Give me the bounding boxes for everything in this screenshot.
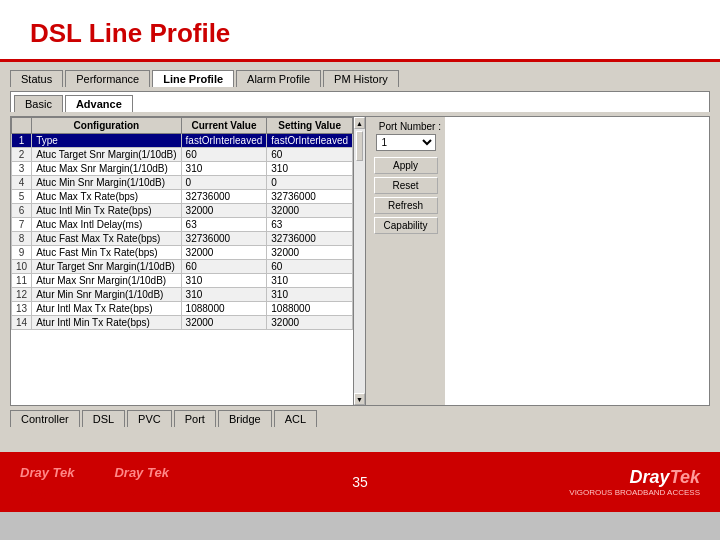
row-current: fastOrInterleaved: [181, 134, 267, 148]
logo-4: Dray Tek: [114, 484, 168, 499]
row-setting: 32000: [267, 246, 353, 260]
inner-box: Configuration Current Value Setting Valu…: [10, 116, 710, 406]
col-config: Configuration: [32, 118, 181, 134]
row-config: Atuc Max Intl Delay(ms): [32, 218, 181, 232]
row-setting: 32736000: [267, 190, 353, 204]
row-setting: 32000: [267, 316, 353, 330]
right-panel: Port Number : 1 2 3 4 Apply Reset Refres…: [365, 117, 445, 405]
scroll-down[interactable]: ▼: [354, 393, 365, 405]
row-current: 32736000: [181, 190, 267, 204]
row-setting: 60: [267, 148, 353, 162]
brand-name: DrayTek: [630, 467, 700, 487]
scroll-thumb[interactable]: [356, 131, 363, 161]
tab-pm-history[interactable]: PM History: [323, 70, 399, 87]
tab-advance[interactable]: Advance: [65, 95, 133, 112]
row-num: 12: [12, 288, 32, 302]
tab-basic[interactable]: Basic: [14, 95, 63, 112]
tab-pvc[interactable]: PVC: [127, 410, 172, 427]
row-setting: 32736000: [267, 232, 353, 246]
left-logos: Dray Tek Dray Tek: [20, 465, 74, 499]
row-num: 13: [12, 302, 32, 316]
tab-line-profile[interactable]: Line Profile: [152, 70, 234, 87]
table-row: 2 Atuc Target Snr Margin(1/10dB) 60 60: [12, 148, 353, 162]
refresh-button[interactable]: Refresh: [374, 197, 438, 214]
row-config: Type: [32, 134, 181, 148]
tab-bridge[interactable]: Bridge: [218, 410, 272, 427]
row-num: 8: [12, 232, 32, 246]
row-config: Atuc Max Tx Rate(bps): [32, 190, 181, 204]
center-logos: Dray Tek Dray Tek: [114, 465, 168, 499]
scroll-up[interactable]: ▲: [354, 117, 365, 129]
row-setting: 32000: [267, 204, 353, 218]
tab-alarm-profile[interactable]: Alarm Profile: [236, 70, 321, 87]
scroll-track: [354, 129, 365, 393]
reset-button[interactable]: Reset: [374, 177, 438, 194]
row-config: Atur Intl Max Tx Rate(bps): [32, 302, 181, 316]
row-current: 310: [181, 274, 267, 288]
tab-status[interactable]: Status: [10, 70, 63, 87]
footer-right-logo: DrayTek VIGOROUS BROADBAND ACCESS: [569, 467, 700, 497]
row-config: Atuc Target Snr Margin(1/10dB): [32, 148, 181, 162]
header: DSL Line Profile: [0, 0, 720, 62]
row-setting: fastOrInterleaved: [267, 134, 353, 148]
table-row: 8 Atuc Fast Max Tx Rate(bps) 32736000 32…: [12, 232, 353, 246]
capability-button[interactable]: Capability: [374, 217, 438, 234]
row-current: 0: [181, 176, 267, 190]
row-num: 10: [12, 260, 32, 274]
row-setting: 0: [267, 176, 353, 190]
table-row: 12 Atur Min Snr Margin(1/10dB) 310 310: [12, 288, 353, 302]
col-setting: Setting Value: [267, 118, 353, 134]
tab-controller[interactable]: Controller: [10, 410, 80, 427]
tab-port[interactable]: Port: [174, 410, 216, 427]
row-config: Atur Target Snr Margin(1/10dB): [32, 260, 181, 274]
row-num: 4: [12, 176, 32, 190]
row-setting: 310: [267, 162, 353, 176]
table-row: 9 Atuc Fast Min Tx Rate(bps) 32000 32000: [12, 246, 353, 260]
table-scroll: Configuration Current Value Setting Valu…: [11, 117, 353, 405]
logo-3: Dray Tek: [114, 465, 168, 480]
port-select[interactable]: 1 2 3 4: [376, 134, 436, 151]
row-current: 63: [181, 218, 267, 232]
row-num: 11: [12, 274, 32, 288]
row-config: Atuc Max Snr Margin(1/10dB): [32, 162, 181, 176]
tab-performance[interactable]: Performance: [65, 70, 150, 87]
row-config: Atur Max Snr Margin(1/10dB): [32, 274, 181, 288]
tagline: VIGOROUS BROADBAND ACCESS: [569, 488, 700, 497]
row-current: 310: [181, 288, 267, 302]
row-num: 6: [12, 204, 32, 218]
row-config: Atuc Fast Min Tx Rate(bps): [32, 246, 181, 260]
row-current: 32736000: [181, 232, 267, 246]
table-wrapper: Configuration Current Value Setting Valu…: [11, 117, 365, 405]
table-row: 10 Atur Target Snr Margin(1/10dB) 60 60: [12, 260, 353, 274]
row-num: 14: [12, 316, 32, 330]
tab-acl[interactable]: ACL: [274, 410, 317, 427]
row-num: 2: [12, 148, 32, 162]
row-config: Atuc Min Snr Margin(1/10dB): [32, 176, 181, 190]
row-current: 32000: [181, 204, 267, 218]
row-setting: 310: [267, 274, 353, 288]
table-row: 5 Atuc Max Tx Rate(bps) 32736000 3273600…: [12, 190, 353, 204]
tab-dsl[interactable]: DSL: [82, 410, 125, 427]
row-current: 60: [181, 260, 267, 274]
row-setting: 1088000: [267, 302, 353, 316]
page-title: DSL Line Profile: [30, 18, 690, 49]
table-row: 3 Atuc Max Snr Margin(1/10dB) 310 310: [12, 162, 353, 176]
row-setting: 63: [267, 218, 353, 232]
table-row: 14 Atur Intl Min Tx Rate(bps) 32000 3200…: [12, 316, 353, 330]
row-num: 9: [12, 246, 32, 260]
row-current: 1088000: [181, 302, 267, 316]
scrollbar[interactable]: ▲ ▼: [353, 117, 365, 405]
table-row: 6 Atuc Intl Min Tx Rate(bps) 32000 32000: [12, 204, 353, 218]
row-num: 7: [12, 218, 32, 232]
row-config: Atur Intl Min Tx Rate(bps): [32, 316, 181, 330]
footer: Dray Tek Dray Tek Dray Tek Dray Tek 35 D…: [0, 452, 720, 512]
row-current: 310: [181, 162, 267, 176]
row-current: 32000: [181, 316, 267, 330]
row-config: Atuc Intl Min Tx Rate(bps): [32, 204, 181, 218]
col-current: Current Value: [181, 118, 267, 134]
table-row: 1 Type fastOrInterleaved fastOrInterleav…: [12, 134, 353, 148]
table-row: 11 Atur Max Snr Margin(1/10dB) 310 310: [12, 274, 353, 288]
row-num: 5: [12, 190, 32, 204]
table-row: 7 Atuc Max Intl Delay(ms) 63 63: [12, 218, 353, 232]
apply-button[interactable]: Apply: [374, 157, 438, 174]
